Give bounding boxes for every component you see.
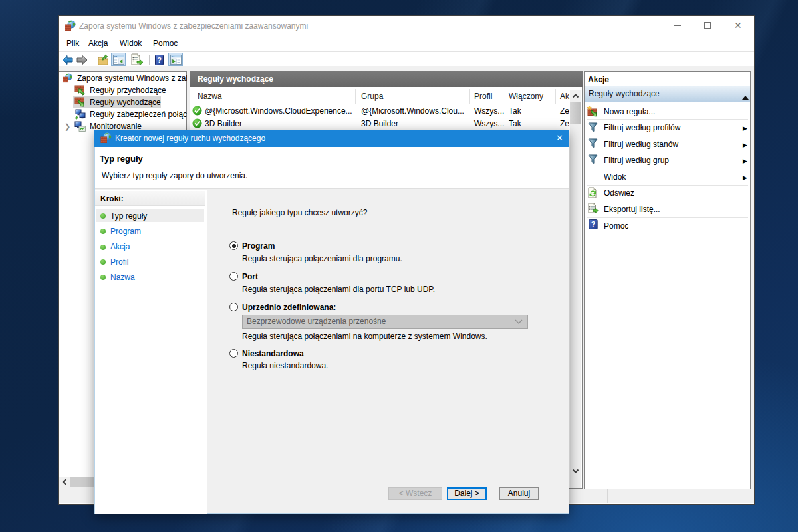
- svg-text:?: ?: [157, 56, 162, 64]
- svg-text:?: ?: [591, 220, 595, 228]
